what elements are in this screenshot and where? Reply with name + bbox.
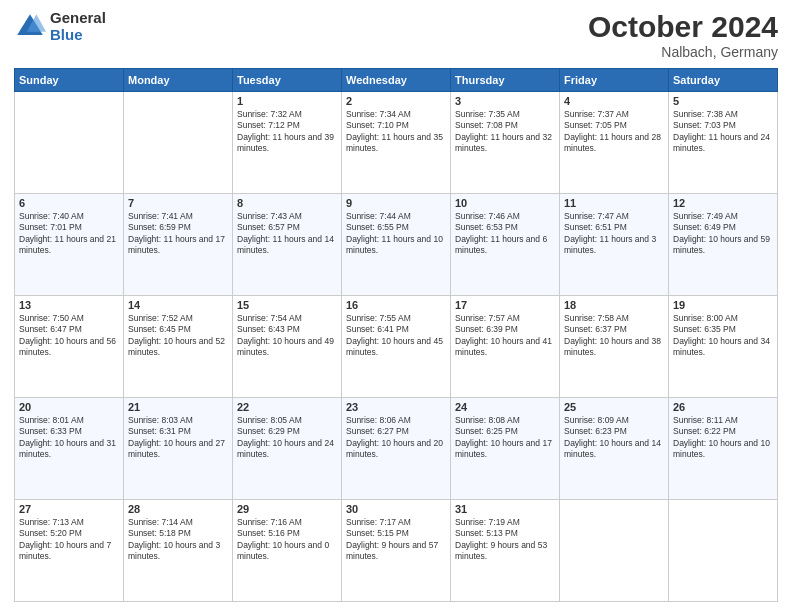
calendar-cell: 27Sunrise: 7:13 AM Sunset: 5:20 PM Dayli… <box>15 500 124 602</box>
day-info: Sunrise: 7:17 AM Sunset: 5:15 PM Dayligh… <box>346 517 446 563</box>
day-info: Sunrise: 8:01 AM Sunset: 6:33 PM Dayligh… <box>19 415 119 461</box>
calendar-cell: 30Sunrise: 7:17 AM Sunset: 5:15 PM Dayli… <box>342 500 451 602</box>
day-info: Sunrise: 8:08 AM Sunset: 6:25 PM Dayligh… <box>455 415 555 461</box>
day-info: Sunrise: 8:06 AM Sunset: 6:27 PM Dayligh… <box>346 415 446 461</box>
day-info: Sunrise: 7:40 AM Sunset: 7:01 PM Dayligh… <box>19 211 119 257</box>
day-number: 19 <box>673 299 773 311</box>
calendar-cell: 26Sunrise: 8:11 AM Sunset: 6:22 PM Dayli… <box>669 398 778 500</box>
day-info: Sunrise: 7:32 AM Sunset: 7:12 PM Dayligh… <box>237 109 337 155</box>
day-number: 14 <box>128 299 228 311</box>
day-info: Sunrise: 7:35 AM Sunset: 7:08 PM Dayligh… <box>455 109 555 155</box>
calendar-cell <box>560 500 669 602</box>
logo-icon <box>14 11 46 43</box>
weekday-friday: Friday <box>560 69 669 92</box>
week-row-2: 13Sunrise: 7:50 AM Sunset: 6:47 PM Dayli… <box>15 296 778 398</box>
day-info: Sunrise: 7:19 AM Sunset: 5:13 PM Dayligh… <box>455 517 555 563</box>
day-number: 6 <box>19 197 119 209</box>
day-number: 18 <box>564 299 664 311</box>
day-number: 9 <box>346 197 446 209</box>
calendar-cell <box>15 92 124 194</box>
day-info: Sunrise: 8:00 AM Sunset: 6:35 PM Dayligh… <box>673 313 773 359</box>
day-number: 31 <box>455 503 555 515</box>
calendar-cell: 11Sunrise: 7:47 AM Sunset: 6:51 PM Dayli… <box>560 194 669 296</box>
calendar-cell: 13Sunrise: 7:50 AM Sunset: 6:47 PM Dayli… <box>15 296 124 398</box>
day-info: Sunrise: 8:05 AM Sunset: 6:29 PM Dayligh… <box>237 415 337 461</box>
calendar-cell: 15Sunrise: 7:54 AM Sunset: 6:43 PM Dayli… <box>233 296 342 398</box>
calendar-cell <box>669 500 778 602</box>
day-number: 17 <box>455 299 555 311</box>
day-number: 28 <box>128 503 228 515</box>
day-info: Sunrise: 7:47 AM Sunset: 6:51 PM Dayligh… <box>564 211 664 257</box>
day-info: Sunrise: 7:38 AM Sunset: 7:03 PM Dayligh… <box>673 109 773 155</box>
calendar-cell: 20Sunrise: 8:01 AM Sunset: 6:33 PM Dayli… <box>15 398 124 500</box>
day-number: 7 <box>128 197 228 209</box>
location: Nalbach, Germany <box>588 44 778 60</box>
calendar-cell: 22Sunrise: 8:05 AM Sunset: 6:29 PM Dayli… <box>233 398 342 500</box>
calendar-cell: 23Sunrise: 8:06 AM Sunset: 6:27 PM Dayli… <box>342 398 451 500</box>
calendar-cell: 18Sunrise: 7:58 AM Sunset: 6:37 PM Dayli… <box>560 296 669 398</box>
day-info: Sunrise: 8:09 AM Sunset: 6:23 PM Dayligh… <box>564 415 664 461</box>
day-number: 4 <box>564 95 664 107</box>
day-info: Sunrise: 7:50 AM Sunset: 6:47 PM Dayligh… <box>19 313 119 359</box>
calendar-cell: 14Sunrise: 7:52 AM Sunset: 6:45 PM Dayli… <box>124 296 233 398</box>
logo: General Blue <box>14 10 106 43</box>
day-info: Sunrise: 7:14 AM Sunset: 5:18 PM Dayligh… <box>128 517 228 563</box>
weekday-monday: Monday <box>124 69 233 92</box>
calendar-cell: 1Sunrise: 7:32 AM Sunset: 7:12 PM Daylig… <box>233 92 342 194</box>
calendar-cell: 6Sunrise: 7:40 AM Sunset: 7:01 PM Daylig… <box>15 194 124 296</box>
calendar-cell: 17Sunrise: 7:57 AM Sunset: 6:39 PM Dayli… <box>451 296 560 398</box>
day-number: 15 <box>237 299 337 311</box>
day-info: Sunrise: 7:57 AM Sunset: 6:39 PM Dayligh… <box>455 313 555 359</box>
day-number: 27 <box>19 503 119 515</box>
calendar-cell: 8Sunrise: 7:43 AM Sunset: 6:57 PM Daylig… <box>233 194 342 296</box>
day-info: Sunrise: 7:34 AM Sunset: 7:10 PM Dayligh… <box>346 109 446 155</box>
calendar-cell: 29Sunrise: 7:16 AM Sunset: 5:16 PM Dayli… <box>233 500 342 602</box>
day-number: 8 <box>237 197 337 209</box>
day-info: Sunrise: 7:54 AM Sunset: 6:43 PM Dayligh… <box>237 313 337 359</box>
calendar-cell: 9Sunrise: 7:44 AM Sunset: 6:55 PM Daylig… <box>342 194 451 296</box>
day-info: Sunrise: 7:55 AM Sunset: 6:41 PM Dayligh… <box>346 313 446 359</box>
weekday-wednesday: Wednesday <box>342 69 451 92</box>
calendar-cell: 28Sunrise: 7:14 AM Sunset: 5:18 PM Dayli… <box>124 500 233 602</box>
title-block: October 2024 Nalbach, Germany <box>588 10 778 60</box>
page: General Blue October 2024 Nalbach, Germa… <box>0 0 792 612</box>
day-number: 11 <box>564 197 664 209</box>
calendar-cell: 21Sunrise: 8:03 AM Sunset: 6:31 PM Dayli… <box>124 398 233 500</box>
day-info: Sunrise: 7:41 AM Sunset: 6:59 PM Dayligh… <box>128 211 228 257</box>
day-number: 29 <box>237 503 337 515</box>
weekday-tuesday: Tuesday <box>233 69 342 92</box>
weekday-header-row: SundayMondayTuesdayWednesdayThursdayFrid… <box>15 69 778 92</box>
day-number: 21 <box>128 401 228 413</box>
month-title: October 2024 <box>588 10 778 44</box>
day-number: 12 <box>673 197 773 209</box>
day-info: Sunrise: 7:43 AM Sunset: 6:57 PM Dayligh… <box>237 211 337 257</box>
calendar-cell: 10Sunrise: 7:46 AM Sunset: 6:53 PM Dayli… <box>451 194 560 296</box>
weekday-saturday: Saturday <box>669 69 778 92</box>
weekday-thursday: Thursday <box>451 69 560 92</box>
day-number: 5 <box>673 95 773 107</box>
day-number: 1 <box>237 95 337 107</box>
calendar-cell: 4Sunrise: 7:37 AM Sunset: 7:05 PM Daylig… <box>560 92 669 194</box>
week-row-1: 6Sunrise: 7:40 AM Sunset: 7:01 PM Daylig… <box>15 194 778 296</box>
week-row-3: 20Sunrise: 8:01 AM Sunset: 6:33 PM Dayli… <box>15 398 778 500</box>
day-number: 23 <box>346 401 446 413</box>
day-info: Sunrise: 7:44 AM Sunset: 6:55 PM Dayligh… <box>346 211 446 257</box>
day-number: 25 <box>564 401 664 413</box>
day-number: 30 <box>346 503 446 515</box>
calendar-cell: 2Sunrise: 7:34 AM Sunset: 7:10 PM Daylig… <box>342 92 451 194</box>
day-number: 20 <box>19 401 119 413</box>
day-info: Sunrise: 7:37 AM Sunset: 7:05 PM Dayligh… <box>564 109 664 155</box>
calendar-body: 1Sunrise: 7:32 AM Sunset: 7:12 PM Daylig… <box>15 92 778 602</box>
day-number: 26 <box>673 401 773 413</box>
logo-general: General <box>50 10 106 27</box>
day-number: 10 <box>455 197 555 209</box>
calendar-cell: 16Sunrise: 7:55 AM Sunset: 6:41 PM Dayli… <box>342 296 451 398</box>
day-number: 24 <box>455 401 555 413</box>
day-info: Sunrise: 7:46 AM Sunset: 6:53 PM Dayligh… <box>455 211 555 257</box>
day-number: 22 <box>237 401 337 413</box>
weekday-sunday: Sunday <box>15 69 124 92</box>
calendar-cell: 24Sunrise: 8:08 AM Sunset: 6:25 PM Dayli… <box>451 398 560 500</box>
calendar-table: SundayMondayTuesdayWednesdayThursdayFrid… <box>14 68 778 602</box>
calendar-cell: 12Sunrise: 7:49 AM Sunset: 6:49 PM Dayli… <box>669 194 778 296</box>
day-number: 2 <box>346 95 446 107</box>
